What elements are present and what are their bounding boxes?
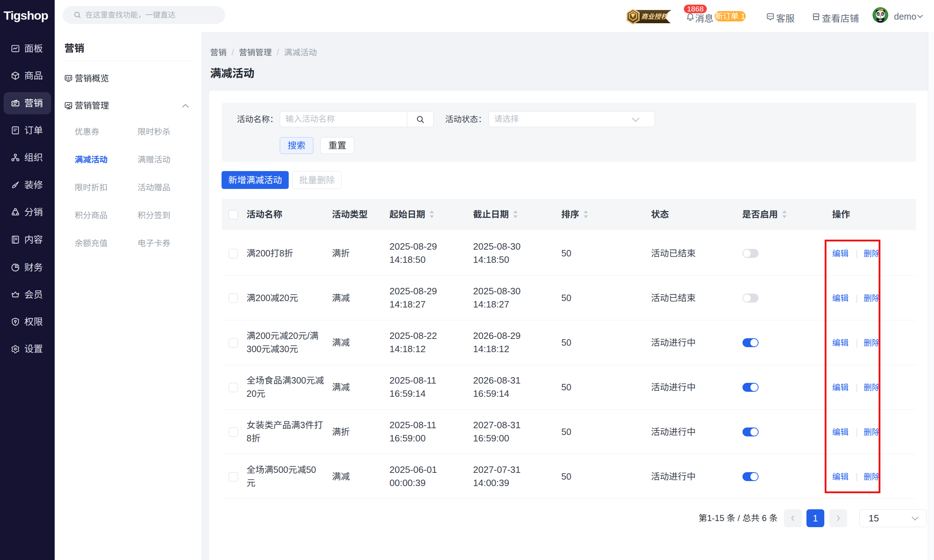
svg-text:商业授权: 商业授权: [641, 13, 669, 20]
